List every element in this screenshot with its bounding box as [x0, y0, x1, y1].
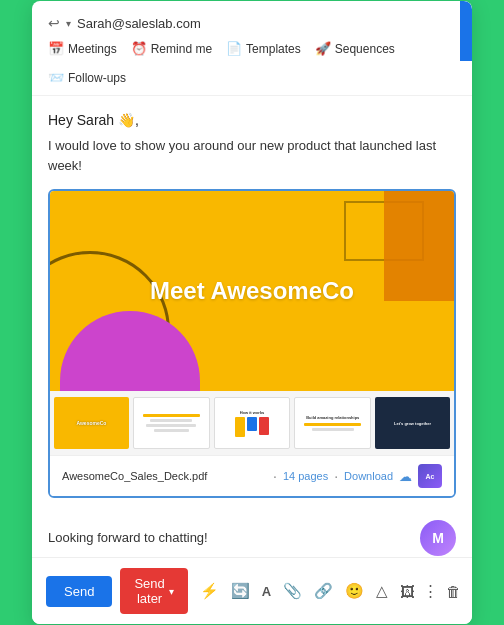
- drive-icon[interactable]: △: [376, 582, 388, 600]
- slide-orange-rect: [384, 191, 454, 301]
- back-icon[interactable]: ↩: [48, 15, 60, 31]
- image-icon[interactable]: 🖼: [400, 583, 415, 600]
- download-link[interactable]: Download: [344, 470, 393, 482]
- email-compose-card: ↩ ▾ Sarah@saleslab.com 📅 Meetings ⏰ Remi…: [32, 1, 472, 624]
- slide-thumb-1[interactable]: AwesomeCo: [54, 397, 129, 449]
- send-later-label: Send later: [134, 576, 164, 606]
- separator-1: ·: [273, 468, 277, 484]
- recipient-row: ↩ ▾ Sarah@saleslab.com: [48, 15, 456, 31]
- toolbar-templates[interactable]: 📄 Templates: [226, 41, 301, 56]
- attachment-container: Meet AwesomeCo AwesomeCo: [48, 189, 456, 498]
- email-body: Hey Sarah 👋, I would love to show you ar…: [32, 96, 472, 526]
- email-header: ↩ ▾ Sarah@saleslab.com 📅 Meetings ⏰ Remi…: [32, 1, 472, 96]
- toolbar-follow-ups[interactable]: 📨 Follow-ups: [48, 70, 126, 85]
- link-icon[interactable]: 🔗: [314, 582, 333, 600]
- attachment-footer: AwesomeCo_Sales_Deck.pdf · 14 pages · Do…: [50, 455, 454, 496]
- slide-thumb-5[interactable]: Let's grow together: [375, 397, 450, 449]
- slide-thumb-2[interactable]: [133, 397, 210, 449]
- message-text: I would love to show you around our new …: [48, 136, 456, 175]
- blue-accent-bar: [460, 1, 472, 61]
- delete-icon[interactable]: 🗑: [446, 583, 461, 600]
- remind-me-label: Remind me: [151, 42, 212, 56]
- toolbar-sequences[interactable]: 🚀 Sequences: [315, 41, 395, 56]
- lightning-icon[interactable]: ⚡: [200, 582, 219, 600]
- slide-thumb-3[interactable]: How it works: [214, 397, 291, 449]
- greeting-text: Hey Sarah 👋,: [48, 112, 456, 128]
- sequences-icon: 🚀: [315, 41, 331, 56]
- separator-2: ·: [334, 468, 338, 484]
- send-button[interactable]: Send: [46, 576, 112, 607]
- toolbar: 📅 Meetings ⏰ Remind me 📄 Templates 🚀 Seq…: [48, 41, 456, 85]
- remind-me-icon: ⏰: [131, 41, 147, 56]
- user-avatar: M: [420, 520, 456, 556]
- file-name: AwesomeCo_Sales_Deck.pdf: [62, 470, 267, 482]
- footer-actions: Send Send later ▾ ⚡ 🔄 A 📎 🔗 🙂 △ 🖼 ⋮ 🗑: [32, 557, 472, 624]
- footer-icon-group: ⚡ 🔄 A 📎 🔗 🙂 △ 🖼: [200, 582, 415, 600]
- text-icon[interactable]: A: [262, 584, 271, 599]
- avatar-letter: M: [432, 530, 444, 546]
- follow-ups-label: Follow-ups: [68, 71, 126, 85]
- send-later-button[interactable]: Send later ▾: [120, 568, 187, 614]
- recipient-email: Sarah@saleslab.com: [77, 16, 201, 31]
- templates-label: Templates: [246, 42, 301, 56]
- sequences-label: Sequences: [335, 42, 395, 56]
- cloud-icon: ☁: [399, 469, 412, 484]
- dropdown-arrow-icon[interactable]: ▾: [66, 18, 71, 29]
- attach-icon[interactable]: 📎: [283, 582, 302, 600]
- ac-badge: Ac: [418, 464, 442, 488]
- meetings-label: Meetings: [68, 42, 117, 56]
- slide-thumb-4[interactable]: Build amazing relationships: [294, 397, 371, 449]
- templates-icon: 📄: [226, 41, 242, 56]
- emoji-icon[interactable]: 🙂: [345, 582, 364, 600]
- slide-thumbnails: AwesomeCo How it works: [50, 391, 454, 455]
- more-options-icon[interactable]: ⋮: [423, 582, 438, 600]
- slide-title: Meet AwesomeCo: [150, 277, 354, 305]
- closing-text: Looking forward to chatting!: [32, 526, 472, 557]
- meetings-icon: 📅: [48, 41, 64, 56]
- toolbar-remind-me[interactable]: ⏰ Remind me: [131, 41, 212, 56]
- slide-preview-main: Meet AwesomeCo: [50, 191, 454, 391]
- send-later-chevron: ▾: [169, 586, 174, 597]
- page-count: 14 pages: [283, 470, 328, 482]
- refresh-icon[interactable]: 🔄: [231, 582, 250, 600]
- toolbar-meetings[interactable]: 📅 Meetings: [48, 41, 117, 56]
- follow-ups-icon: 📨: [48, 70, 64, 85]
